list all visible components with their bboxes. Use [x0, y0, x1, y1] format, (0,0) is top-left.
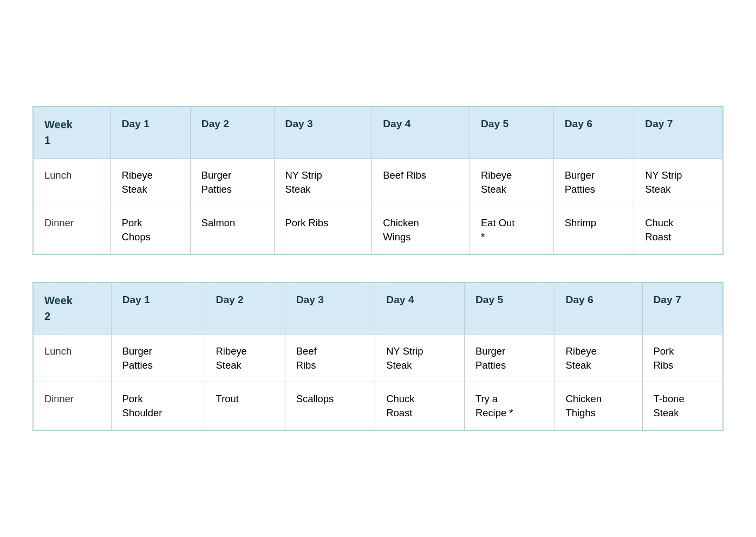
week2-dinner-day7: T-bone Steak [642, 382, 723, 430]
week2-dinner-day5: Try a Recipe * [464, 382, 555, 430]
week2-dinner-day3: Scallops [285, 382, 375, 430]
week2-day2-header: Day 2 [205, 283, 285, 334]
week2-lunch-day2: Ribeye Steak [205, 334, 285, 382]
week2-dinner-day4: Chuck Roast [375, 382, 465, 430]
week1-lunch-row: Lunch Ribeye Steak Burger Patties NY Str… [33, 158, 723, 206]
week2-dinner-row: Dinner Pork Shoulder Trout Scallops Chuc… [33, 382, 723, 430]
week1-dinner-day5: Eat Out * [470, 206, 553, 254]
week1-lunch-label: Lunch [33, 158, 110, 206]
week2-table: Week 2 Day 1 Day 2 Day 3 Day 4 Day 5 Day… [32, 282, 724, 431]
week1-dinner-label: Dinner [33, 206, 110, 254]
week2-lunch-day5: Burger Patties [464, 334, 555, 382]
week2-day3-header: Day 3 [285, 283, 375, 334]
week2-day6-header: Day 6 [555, 283, 642, 334]
week1-dinner-day1: Pork Chops [110, 206, 190, 254]
week1-dinner-day2: Salmon [190, 206, 274, 254]
week1-lunch-day4: Beef Ribs [372, 158, 470, 206]
week2-dinner-label: Dinner [33, 382, 111, 430]
week1-lunch-day6: Burger Patties [553, 158, 634, 206]
week1-lunch-day3: NY Strip Steak [274, 158, 372, 206]
week2-day5-header: Day 5 [464, 283, 555, 334]
week2-lunch-label: Lunch [33, 334, 111, 382]
week2-label: Week 2 [33, 283, 111, 334]
week1-day5-header: Day 5 [470, 107, 553, 158]
week2-lunch-day6: Ribeye Steak [555, 334, 642, 382]
week2-lunch-day7: Pork Ribs [642, 334, 723, 382]
week2-dinner-day1: Pork Shoulder [111, 382, 205, 430]
week2-lunch-day3: Beef Ribs [285, 334, 375, 382]
week1-day7-header: Day 7 [634, 107, 723, 158]
week1-day3-header: Day 3 [274, 107, 372, 158]
week2-day4-header: Day 4 [375, 283, 465, 334]
week1-day6-header: Day 6 [553, 107, 634, 158]
week1-dinner-day6: Shrimp [553, 206, 634, 254]
week1-label: Week 1 [33, 107, 110, 158]
week2-day7-header: Day 7 [642, 283, 723, 334]
week1-lunch-day5: Ribeye Steak [470, 158, 553, 206]
week1-lunch-day7: NY Strip Steak [634, 158, 723, 206]
week1-day4-header: Day 4 [372, 107, 470, 158]
week1-dinner-day4: Chicken Wings [372, 206, 470, 254]
week1-lunch-day2: Burger Patties [190, 158, 274, 206]
week1-dinner-row: Dinner Pork Chops Salmon Pork Ribs Chick… [33, 206, 723, 254]
week2-lunch-row: Lunch Burger Patties Ribeye Steak Beef R… [33, 334, 723, 382]
week2-dinner-day2: Trout [205, 382, 285, 430]
week1-lunch-day1: Ribeye Steak [110, 158, 190, 206]
week1-day1-header: Day 1 [110, 107, 190, 158]
week2-day1-header: Day 1 [111, 283, 205, 334]
week1-dinner-day3: Pork Ribs [274, 206, 372, 254]
week2-lunch-day4: NY Strip Steak [375, 334, 465, 382]
week1-dinner-day7: Chuck Roast [634, 206, 723, 254]
week2-lunch-day1: Burger Patties [111, 334, 205, 382]
week1-table: Week 1 Day 1 Day 2 Day 3 Day 4 Day 5 Day… [32, 106, 724, 255]
week1-day2-header: Day 2 [190, 107, 274, 158]
week2-dinner-day6: Chicken Thighs [555, 382, 642, 430]
